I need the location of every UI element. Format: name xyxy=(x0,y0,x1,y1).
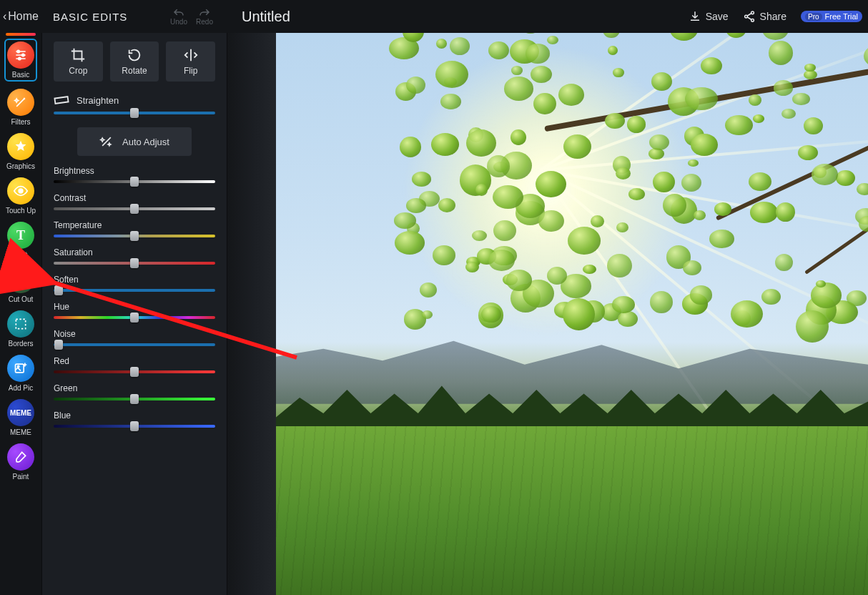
slider-label-soften: Soften xyxy=(54,275,215,285)
document-title[interactable]: Untitled xyxy=(242,0,290,33)
rail-item-text[interactable]: T Text xyxy=(4,222,37,259)
rail-item-touchup[interactable]: Touch Up xyxy=(4,177,37,215)
brush-icon xyxy=(7,443,34,471)
rail-item-meme[interactable]: MEME MEME xyxy=(4,399,37,436)
rail-label-paint: Paint xyxy=(13,473,29,481)
svg-point-7 xyxy=(16,275,19,278)
crop-button[interactable]: Crop xyxy=(54,41,103,82)
slider-thumb[interactable] xyxy=(54,340,63,350)
rail-label-borders: Borders xyxy=(8,340,33,348)
slider-track-hue[interactable] xyxy=(54,316,215,319)
redo-icon xyxy=(198,7,211,17)
slider-label-brightness: Brightness xyxy=(54,166,215,176)
rail-item-borders[interactable]: Borders xyxy=(4,310,37,348)
pro-trial-badge[interactable]: Pro Free Trial xyxy=(801,11,862,22)
slider-track-soften[interactable] xyxy=(54,289,215,292)
svg-point-3 xyxy=(17,50,19,52)
svg-point-11 xyxy=(17,365,19,368)
share-button[interactable]: Share xyxy=(743,10,786,23)
rail-label-basic: Basic xyxy=(12,71,29,79)
slider-thumb[interactable] xyxy=(130,367,139,377)
rotate-button[interactable]: Rotate xyxy=(110,41,159,82)
slider-track-temperature[interactable] xyxy=(54,235,215,237)
rail-item-graphics[interactable]: Graphics xyxy=(4,133,37,170)
wand-sparkle-icon xyxy=(99,134,114,149)
undo-label: Undo xyxy=(170,18,187,26)
editor-canvas[interactable] xyxy=(276,33,868,595)
crop-icon xyxy=(70,47,86,63)
slider-thumb[interactable] xyxy=(130,258,139,268)
svg-point-4 xyxy=(22,54,24,56)
slider-thumb[interactable] xyxy=(54,285,63,295)
slider-temperature: Temperature xyxy=(54,220,215,237)
slider-track-blue[interactable] xyxy=(54,425,215,428)
wand-icon xyxy=(7,89,34,116)
slider-track-noise[interactable] xyxy=(54,343,215,346)
pro-trial-label: Free Trial xyxy=(825,12,858,21)
slider-track-red[interactable] xyxy=(54,370,215,373)
text-icon: T xyxy=(7,222,34,249)
tool-rail: Basic Filters Graphics Touch Up T Text C… xyxy=(0,33,41,595)
slider-label-blue: Blue xyxy=(54,410,215,421)
rail-item-addpic[interactable]: Add Pic xyxy=(4,355,37,392)
svg-rect-9 xyxy=(16,319,25,328)
home-button[interactable]: ‹ Home xyxy=(0,0,41,33)
rail-label-touchup: Touch Up xyxy=(6,207,36,215)
rail-item-cutout[interactable]: Cut Out xyxy=(4,266,37,303)
chevron-left-icon: ‹ xyxy=(3,10,6,23)
slider-label-green: Green xyxy=(54,383,215,393)
flip-button[interactable]: Flip xyxy=(166,41,215,82)
slider-track-brightness[interactable] xyxy=(54,180,215,183)
straighten-slider[interactable] xyxy=(54,112,215,114)
slider-label-saturation: Saturation xyxy=(54,247,215,257)
rail-label-text: Text xyxy=(14,251,27,259)
slider-saturation: Saturation xyxy=(54,247,215,265)
rail-label-cutout: Cut Out xyxy=(9,295,33,303)
auto-adjust-button[interactable]: Auto Adjust xyxy=(77,127,192,156)
basic-edits-panel: Crop Rotate Flip Straighten Auto Adjust … xyxy=(41,33,227,595)
sliders-icon xyxy=(7,41,34,69)
panel-gutter xyxy=(227,33,276,595)
slider-thumb[interactable] xyxy=(130,204,139,214)
slider-label-red: Red xyxy=(54,356,215,366)
rail-item-basic[interactable]: Basic xyxy=(4,39,37,82)
slider-thumb[interactable] xyxy=(130,313,139,323)
flip-icon xyxy=(183,47,199,63)
redo-label: Redo xyxy=(196,18,213,26)
home-label: Home xyxy=(8,10,39,23)
slider-label-contrast: Contrast xyxy=(54,193,215,203)
slider-thumb[interactable] xyxy=(130,421,139,431)
slider-track-saturation[interactable] xyxy=(54,262,215,265)
slider-label-hue: Hue xyxy=(54,302,215,312)
slider-thumb[interactable] xyxy=(130,231,139,241)
straighten-label: Straighten xyxy=(77,95,119,106)
scissors-icon xyxy=(7,266,34,293)
rail-item-filters[interactable]: Filters xyxy=(4,89,37,126)
redo-button[interactable]: Redo xyxy=(192,7,217,26)
top-bar: ‹ Home BASIC EDITS Undo Redo Untitled Sa… xyxy=(0,0,868,33)
rail-label-meme: MEME xyxy=(10,428,31,436)
download-icon xyxy=(689,10,701,23)
canvas-image xyxy=(276,33,868,595)
slider-thumb[interactable] xyxy=(130,108,139,118)
svg-point-8 xyxy=(16,281,19,284)
slider-blue: Blue xyxy=(54,410,215,428)
rail-label-addpic: Add Pic xyxy=(9,384,33,392)
eye-icon xyxy=(7,177,34,205)
slider-soften: Soften xyxy=(54,275,215,292)
frame-icon xyxy=(7,310,34,338)
svg-point-5 xyxy=(19,57,21,59)
slider-thumb[interactable] xyxy=(130,177,139,187)
rail-item-paint[interactable]: Paint xyxy=(4,443,37,481)
share-icon xyxy=(743,10,756,23)
flip-label: Flip xyxy=(184,66,197,76)
save-button[interactable]: Save xyxy=(689,10,729,23)
save-label: Save xyxy=(706,11,729,22)
slider-track-green[interactable] xyxy=(54,398,215,400)
share-label: Share xyxy=(760,11,786,22)
meme-icon: MEME xyxy=(7,399,34,426)
undo-button[interactable]: Undo xyxy=(166,7,192,26)
slider-thumb[interactable] xyxy=(130,394,139,404)
slider-track-contrast[interactable] xyxy=(54,207,215,210)
image-plus-icon xyxy=(7,355,34,382)
